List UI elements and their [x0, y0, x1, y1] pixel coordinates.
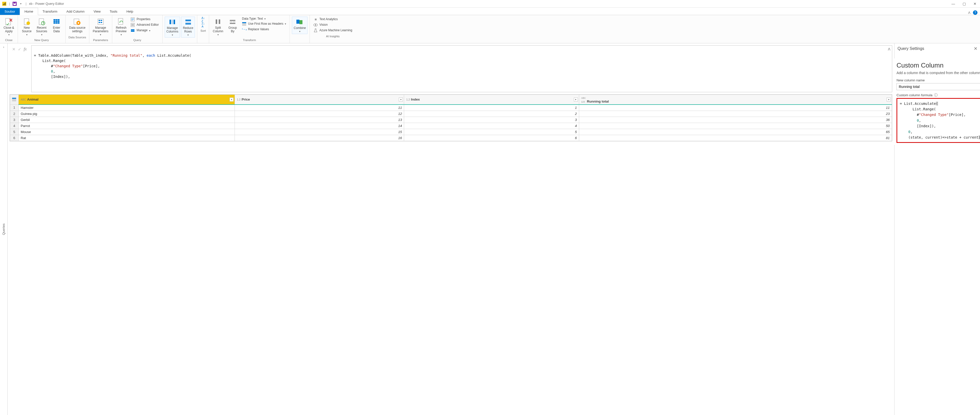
help-icon[interactable]: ?	[973, 10, 977, 15]
cell-animal[interactable]: Mouse	[19, 129, 235, 135]
enter-data-button[interactable]: Enter Data	[50, 17, 63, 34]
filter-dropdown-icon[interactable]: ▾	[574, 98, 578, 101]
cell-running[interactable]: 81	[579, 135, 892, 141]
fx-icon[interactable]: fx	[24, 47, 27, 51]
flask-icon	[313, 28, 318, 33]
combine-button[interactable]: Combine	[292, 17, 307, 34]
cell-index[interactable]: 4	[404, 123, 579, 129]
tab-add-column[interactable]: Add Column	[62, 8, 89, 15]
maximize-button[interactable]: ▢	[961, 1, 967, 6]
first-row-headers-button[interactable]: Use First Row as Headers	[240, 21, 288, 27]
new-source-button[interactable]: New Source	[20, 17, 33, 37]
azure-ml-button[interactable]: Azure Machine Learning	[312, 28, 354, 33]
data-grid[interactable]: ABCAnimal▾ 1.2Price▾ 1.2Index▾ ABC123 Ru…	[10, 94, 892, 141]
close-button[interactable]: ✕	[972, 1, 978, 6]
tab-transform[interactable]: Transform	[38, 8, 62, 15]
cell-index[interactable]: 6	[404, 135, 579, 141]
svg-rect-49	[230, 20, 235, 21]
cell-index[interactable]: 3	[404, 117, 579, 123]
formula-bar[interactable]: = Table.AddColumn(Table_with_index, "Run…	[31, 45, 892, 92]
tab-file[interactable]: Soubor	[0, 8, 20, 15]
col-header-index[interactable]: 1.2Index▾	[404, 95, 579, 105]
filter-dropdown-icon[interactable]: ▾	[887, 98, 891, 101]
cell-animal[interactable]: Rat	[19, 135, 235, 141]
group-by-icon	[229, 17, 237, 26]
formula-commit-icon[interactable]: ✓	[18, 47, 21, 52]
col-header-price[interactable]: 1.2Price▾	[235, 95, 404, 105]
formula-collapse-icon[interactable]: ᐱ	[888, 47, 891, 52]
group-by-button[interactable]: Group By	[226, 17, 239, 34]
data-type-button[interactable]: Data Type: Text	[240, 17, 288, 21]
recent-sources-button[interactable]: Recent Sources	[35, 17, 49, 37]
close-query-settings-icon[interactable]: ✕	[974, 46, 977, 51]
close-apply-button[interactable]: Close & Apply	[2, 17, 16, 37]
svg-rect-46	[185, 23, 191, 24]
formula-cancel-icon[interactable]: ✕	[12, 47, 15, 52]
cell-animal[interactable]: Gerbil	[19, 117, 235, 123]
cell-animal[interactable]: Guinea pig	[19, 111, 235, 117]
dialog-title: Custom Column	[897, 62, 980, 69]
cell-price[interactable]: 14	[235, 123, 404, 129]
save-icon[interactable]	[12, 2, 17, 6]
tab-view[interactable]: View	[89, 8, 105, 15]
grid-corner[interactable]	[10, 95, 19, 105]
row-number[interactable]: 4	[10, 123, 19, 129]
tab-home[interactable]: Home	[20, 8, 38, 15]
advanced-editor-button[interactable]: Advanced Editor	[129, 22, 160, 28]
sort-asc-button[interactable]: A↓Z	[199, 17, 207, 22]
split-column-button[interactable]: Split Column	[211, 17, 225, 37]
tab-tools[interactable]: Tools	[105, 8, 122, 15]
group-query-label: Query	[134, 38, 141, 42]
col-header-animal[interactable]: ABCAnimal▾	[19, 95, 235, 105]
cell-running[interactable]: 50	[579, 123, 892, 129]
qat-dropdown[interactable]: ▾	[18, 2, 23, 6]
new-column-name-input[interactable]	[897, 83, 980, 90]
cell-price[interactable]: 13	[235, 117, 404, 123]
cell-running[interactable]: 36	[579, 117, 892, 123]
text-analytics-button[interactable]: ≡ Text Analytics	[312, 17, 354, 22]
row-number[interactable]: 1	[10, 105, 19, 111]
filter-dropdown-icon[interactable]: ▾	[229, 98, 234, 101]
row-number[interactable]: 6	[10, 135, 19, 141]
cell-price[interactable]: 12	[235, 111, 404, 117]
reduce-rows-button[interactable]: Reduce Rows	[181, 17, 195, 38]
custom-formula-editor[interactable]: = List.Accumulate( List.Range( #"Changed…	[897, 98, 980, 143]
tab-help[interactable]: Help	[122, 8, 138, 15]
first-row-icon	[242, 22, 247, 26]
cell-running[interactable]: 23	[579, 111, 892, 117]
vision-button[interactable]: Vision	[312, 22, 354, 28]
collapse-ribbon-icon[interactable]: ᐱ	[968, 11, 970, 14]
filter-dropdown-icon[interactable]: ▾	[399, 98, 403, 101]
cell-animal[interactable]: Parrot	[19, 123, 235, 129]
row-number[interactable]: 3	[10, 117, 19, 123]
cell-index[interactable]: 2	[404, 111, 579, 117]
expand-queries-icon[interactable]: ›	[1, 43, 6, 51]
manage-query-button[interactable]: Manage	[129, 28, 160, 33]
queries-panel-tab[interactable]: Queries	[2, 223, 6, 235]
replace-values-button[interactable]: ¹→₂ Replace Values	[240, 27, 288, 32]
cell-running[interactable]: 65	[579, 129, 892, 135]
refresh-preview-button[interactable]: Refresh Preview	[114, 17, 128, 37]
properties-button[interactable]: Properties	[129, 17, 160, 22]
ribbon: Close & Apply Close New Source Recent So…	[0, 15, 980, 43]
manage-parameters-button[interactable]: Manage Parameters	[91, 17, 110, 37]
cell-index[interactable]: 1	[404, 105, 579, 111]
info-icon[interactable]: i	[934, 93, 938, 97]
svg-rect-57	[299, 20, 302, 24]
row-number[interactable]: 2	[10, 111, 19, 117]
minimize-button[interactable]: ―	[950, 1, 956, 6]
cell-running[interactable]: 11	[579, 105, 892, 111]
cell-index[interactable]: 5	[404, 129, 579, 135]
manage-columns-button[interactable]: Manage Columns	[165, 17, 180, 38]
group-ai-label: AI Insights	[326, 34, 340, 38]
replace-values-icon: ¹→₂	[242, 27, 247, 32]
data-source-settings-button[interactable]: Data source settings	[68, 17, 87, 34]
row-number[interactable]: 5	[10, 129, 19, 135]
cell-price[interactable]: 11	[235, 105, 404, 111]
col-header-running-total[interactable]: ABC123 Running total▾	[579, 95, 892, 105]
cell-price[interactable]: 16	[235, 135, 404, 141]
cell-animal[interactable]: Hamster	[19, 105, 235, 111]
cell-price[interactable]: 15	[235, 129, 404, 135]
group-close-label: Close	[5, 38, 12, 42]
sort-desc-button[interactable]: Z↓A	[199, 22, 207, 28]
